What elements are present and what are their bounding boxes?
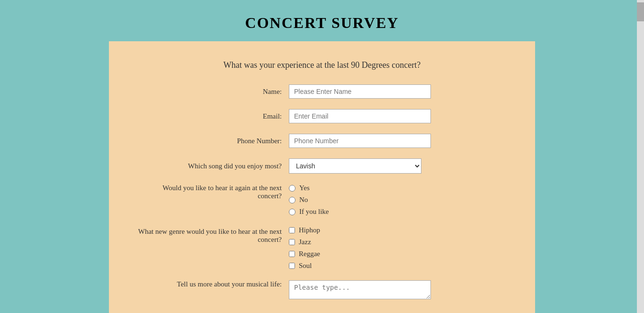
scrollbar[interactable]	[637, 0, 644, 313]
checkbox-hiphop-input[interactable]	[289, 227, 295, 233]
name-input[interactable]	[289, 84, 431, 99]
song-label: Which song did you enjoy most?	[137, 162, 289, 170]
phone-row: Phone Number:	[137, 134, 507, 148]
page-title: CONCERT SURVEY	[0, 0, 644, 41]
hear-again-options: Yes No If you like	[289, 184, 329, 216]
checkbox-soul-input[interactable]	[289, 263, 295, 269]
musical-life-label: Tell us more about your musical life:	[137, 280, 289, 288]
hear-again-row: Would you like to hear it again at the n…	[137, 184, 507, 216]
checkbox-soul-label: Soul	[299, 262, 312, 270]
radio-if-you-like[interactable]: If you like	[289, 208, 329, 216]
musical-life-row: Tell us more about your musical life:	[137, 280, 507, 299]
name-row: Name:	[137, 84, 507, 99]
radio-if-you-like-input[interactable]	[289, 209, 295, 215]
genre-label: What new genre would you like to hear at…	[137, 226, 289, 244]
genre-options: Hiphop Jazz Reggae Soul	[289, 226, 320, 270]
radio-no[interactable]: No	[289, 196, 329, 204]
radio-yes[interactable]: Yes	[289, 184, 329, 192]
email-input[interactable]	[289, 109, 431, 123]
phone-label: Phone Number:	[137, 137, 289, 145]
song-select[interactable]: LavishSong 2Song 3Song 4	[289, 158, 421, 174]
song-row: Which song did you enjoy most? LavishSon…	[137, 158, 507, 174]
checkbox-jazz-input[interactable]	[289, 239, 295, 245]
radio-yes-input[interactable]	[289, 185, 295, 192]
checkbox-reggae[interactable]: Reggae	[289, 250, 320, 258]
phone-input[interactable]	[289, 134, 431, 148]
main-question: What was your experience at the last 90 …	[137, 60, 507, 70]
musical-life-textarea[interactable]	[289, 280, 431, 299]
checkbox-soul[interactable]: Soul	[289, 262, 320, 270]
checkbox-hiphop[interactable]: Hiphop	[289, 226, 320, 234]
survey-form-container: What was your experience at the last 90 …	[109, 41, 535, 313]
radio-no-input[interactable]	[289, 197, 295, 203]
checkbox-reggae-input[interactable]	[289, 251, 295, 257]
radio-if-you-like-label: If you like	[299, 208, 329, 216]
hear-again-label: Would you like to hear it again at the n…	[137, 184, 289, 200]
radio-no-label: No	[299, 196, 308, 204]
email-row: Email:	[137, 109, 507, 123]
email-label: Email:	[137, 112, 289, 120]
checkbox-reggae-label: Reggae	[299, 250, 320, 258]
name-label: Name:	[137, 88, 289, 96]
scrollbar-thumb[interactable]	[637, 2, 644, 21]
genre-row: What new genre would you like to hear at…	[137, 226, 507, 270]
checkbox-jazz[interactable]: Jazz	[289, 238, 320, 246]
checkbox-jazz-label: Jazz	[299, 238, 311, 246]
radio-yes-label: Yes	[299, 184, 310, 192]
checkbox-hiphop-label: Hiphop	[299, 226, 320, 234]
